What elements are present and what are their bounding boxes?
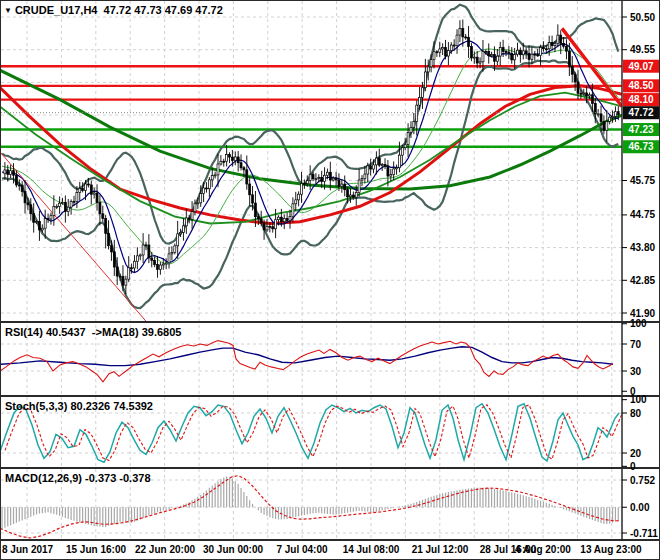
- axis-tick-label: 49.55: [630, 44, 655, 55]
- chart-title-bar: ▼CRUDE_U17,H4 47.72 47.73 47.69 47.72: [4, 4, 223, 16]
- mt4-chart-window: 50.5049.5545.7544.7543.8042.8541.9010070…: [0, 0, 660, 560]
- axis-tick-label: 41.90: [630, 308, 655, 319]
- axis-tick-label: 100: [630, 318, 647, 329]
- date-label: 7 Jul 04:00: [276, 544, 328, 555]
- date-label: 8 Jun 2017: [2, 544, 54, 555]
- level-badge-46.73-label: 46.73: [628, 141, 653, 152]
- axis-tick-label: 30: [630, 366, 642, 377]
- axis-tick-label: 42.85: [630, 275, 655, 286]
- rsi-indicator-label: RSI(14) 40.5437 ->MA(18) 39.6805: [5, 326, 181, 338]
- current-price-badge-label: 47.72: [628, 107, 653, 118]
- chart-title: CRUDE_U17,H4 47.72 47.73 47.69 47.72: [15, 4, 223, 16]
- axis-tick-label: -0.711: [630, 528, 658, 539]
- axis-tick-label: 20: [630, 448, 642, 459]
- date-label: 15 Jun 16:00: [66, 544, 126, 555]
- axis-tick-label: 70: [630, 339, 642, 350]
- axis-tick-label: 0: [630, 461, 636, 472]
- time-axis[interactable]: 8 Jun 201715 Jun 16:0022 Jun 20:0030 Jun…: [2, 544, 642, 555]
- date-label: 14 Jul 08:00: [343, 544, 400, 555]
- level-badge-48.10-label: 48.10: [628, 94, 653, 105]
- stochastic-indicator-label: Stoch(5,3,3) 80.2326 74.5392: [5, 400, 153, 412]
- level-badge-47.23-label: 47.23: [628, 124, 653, 135]
- date-label: 30 Jun 00:00: [203, 544, 263, 555]
- axis-tick-label: 100: [630, 394, 647, 405]
- axis-tick-label: 44.75: [630, 209, 655, 220]
- level-badge-48.50-label: 48.50: [628, 80, 653, 91]
- date-label: 21 Jul 12:00: [412, 544, 469, 555]
- axis-tick-label: 45.75: [630, 175, 655, 186]
- axis-tick-label: 0.752: [630, 475, 655, 486]
- date-label: 22 Jun 20:00: [135, 544, 195, 555]
- axis-tick-label: 80: [630, 408, 642, 419]
- macd-indicator-label: MACD(12,26,9) -0.373 -0.378: [5, 472, 151, 484]
- date-label: 4 Aug 20:00: [515, 544, 571, 555]
- symbol-dropdown-marker: ▼: [4, 6, 12, 15]
- axis-tick-label: 50.50: [630, 12, 655, 23]
- date-label: 13 Aug 23:00: [580, 544, 642, 555]
- level-badge-49.07-label: 49.07: [628, 61, 653, 72]
- axis-tick-label: 43.80: [630, 242, 655, 253]
- axis-tick-label: 0.00: [630, 502, 650, 513]
